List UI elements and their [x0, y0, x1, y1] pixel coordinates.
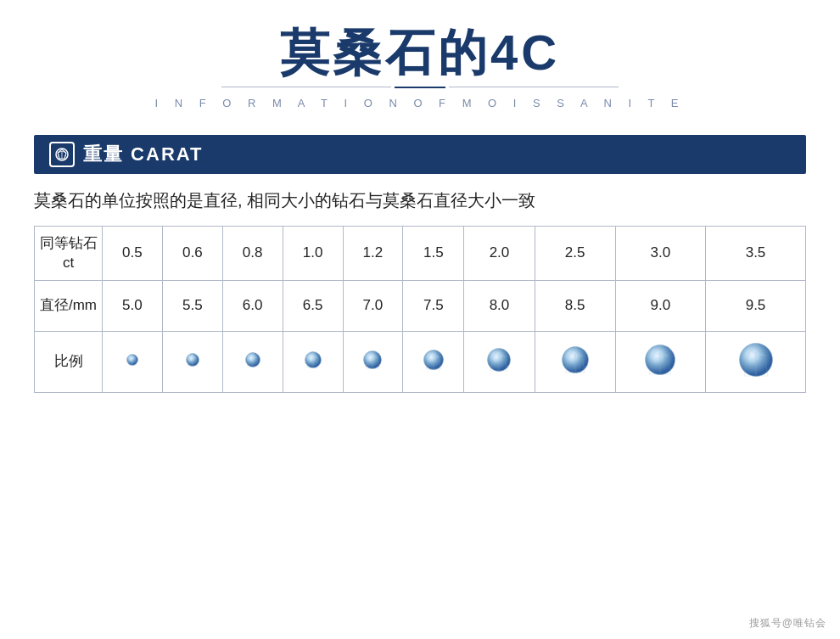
title-section: 莫桑石的4C I N F O R M A T I O N O F M O I S… — [34, 25, 806, 126]
mm-value-1: 5.5 — [162, 280, 222, 331]
gem-cell-3 — [283, 331, 343, 392]
gem-cell-5 — [403, 331, 464, 392]
page-wrapper: 莫桑石的4C I N F O R M A T I O N O F M O I S… — [0, 0, 840, 639]
gem-cell-7 — [535, 331, 615, 392]
ct-value-8: 3.0 — [615, 226, 705, 280]
description-text: 莫桑石的单位按照的是直径, 相同大小的钻石与莫桑石直径大小一致 — [34, 189, 806, 212]
ct-value-0: 0.5 — [103, 226, 163, 280]
mm-row-label: 直径/mm — [35, 280, 103, 331]
gem-cell-1 — [162, 331, 222, 392]
ct-value-5: 1.5 — [403, 226, 464, 280]
ct-value-4: 1.2 — [343, 226, 403, 280]
svg-line-7 — [58, 153, 59, 159]
gem-cell-0 — [103, 331, 163, 392]
gem-cell-2 — [222, 331, 283, 392]
section-header: 重量 CARAT — [34, 135, 806, 174]
gem-cell-4 — [343, 331, 403, 392]
gem-row-label: 比例 — [35, 331, 103, 392]
ct-value-6: 2.0 — [464, 226, 535, 280]
ct-row-label: 同等钻石ct — [35, 226, 103, 280]
carat-icon — [49, 142, 75, 167]
ct-value-2: 0.8 — [222, 226, 283, 280]
ct-value-7: 2.5 — [535, 226, 615, 280]
mm-value-6: 8.0 — [464, 280, 535, 331]
mm-value-7: 8.5 — [535, 280, 615, 331]
divider-line — [221, 87, 619, 88]
ct-value-3: 1.0 — [283, 226, 343, 280]
ct-value-9: 3.5 — [706, 226, 806, 280]
divider-left — [221, 87, 391, 87]
divider-accent — [395, 87, 445, 88]
subtitle: I N F O R M A T I O N O F M O I S S A N … — [155, 97, 686, 109]
svg-line-8 — [64, 153, 66, 159]
carat-table: 同等钻石ct0.50.60.81.01.21.52.02.53.03.5直径/m… — [34, 226, 806, 393]
mm-value-0: 5.0 — [103, 280, 163, 331]
gem-cell-8 — [615, 331, 705, 392]
mm-value-2: 6.0 — [222, 280, 283, 331]
diamond-svg-icon — [54, 147, 70, 162]
mm-value-3: 6.5 — [283, 280, 343, 331]
ct-value-1: 0.6 — [162, 226, 222, 280]
mm-value-5: 7.5 — [403, 280, 464, 331]
gem-cell-9 — [706, 331, 806, 392]
divider-right — [449, 87, 619, 87]
mm-value-8: 9.0 — [615, 280, 705, 331]
main-title: 莫桑石的4C — [280, 25, 560, 80]
mm-value-4: 7.0 — [343, 280, 403, 331]
section-header-text: 重量 CARAT — [83, 142, 203, 167]
gem-cell-6 — [464, 331, 535, 392]
mm-value-9: 9.5 — [706, 280, 806, 331]
watermark: 搜狐号@唯钻会 — [749, 616, 826, 631]
